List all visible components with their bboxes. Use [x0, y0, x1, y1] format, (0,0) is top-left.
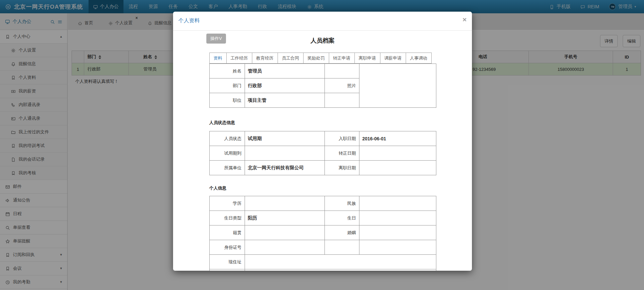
field-value [359, 161, 436, 175]
name-label: 姓名 [209, 64, 245, 78]
operation-button[interactable]: 操作V [206, 34, 226, 44]
field-value [359, 146, 436, 161]
field-label: 家庭住址 [209, 269, 245, 271]
empty-cell [324, 93, 359, 108]
field-label: 身份证号 [209, 240, 245, 255]
photo-label: 照片 [324, 78, 359, 93]
field-label: 生日类型 [209, 211, 245, 225]
empty-cell [324, 64, 359, 78]
field-label: 人员状态 [209, 131, 245, 146]
position-value: 项目主管 [245, 93, 324, 108]
archive-tab-work-experience[interactable]: 工作经历 [226, 53, 252, 64]
field-value [245, 146, 324, 161]
field-value [359, 225, 436, 240]
section-table: 人员状态试用期入职日期2016-06-01试用期到转正日期所属单位北京一网天行科… [209, 131, 436, 175]
field-value: 试用期 [245, 131, 324, 146]
field-value [245, 196, 324, 211]
field-value [359, 240, 436, 255]
modal-body: 操作V 人员档案 资料工作经历教育经历员工合同奖励处罚转正申请离职申请调薪申请人… [173, 31, 472, 271]
field-label: 所属单位 [209, 161, 245, 175]
field-label: 离职日期 [324, 161, 359, 175]
field-value [245, 269, 436, 271]
field-label: 民族 [324, 196, 359, 211]
field-label [324, 240, 359, 255]
archive-tab-personnel-transfer[interactable]: 人事调动 [406, 53, 432, 64]
field-label: 转正日期 [324, 146, 359, 161]
modal-title: 个人资料 [178, 18, 200, 23]
archive-tab-resignation-application[interactable]: 离职申请 [354, 53, 380, 64]
field-label: 现住址 [209, 255, 245, 269]
archive-form: 资料工作经历教育经历员工合同奖励处罚转正申请离职申请调薪申请人事调动 姓名 管理… [209, 53, 436, 271]
archive-tab-education[interactable]: 教育经历 [252, 53, 278, 64]
field-value: 北京一网天行科技有限公司 [245, 161, 324, 175]
archive-tab-salary-adjustment-application[interactable]: 调薪申请 [380, 53, 406, 64]
dept-label: 部门 [209, 78, 245, 93]
field-value: 2016-06-01 [359, 131, 436, 146]
dept-value: 行政部 [245, 78, 324, 93]
field-label: 婚姻 [324, 225, 359, 240]
field-label: 试用期到 [209, 146, 245, 161]
archive-tab-regularization-application[interactable]: 转正申请 [329, 53, 354, 64]
field-value [245, 255, 436, 269]
field-value [245, 240, 324, 255]
position-label: 职位 [209, 93, 245, 108]
photo-cell [359, 64, 436, 108]
name-value: 管理员 [245, 64, 324, 78]
field-value [245, 225, 324, 240]
field-value [359, 196, 436, 211]
field-value: 阳历 [245, 211, 324, 225]
field-label: 生日 [324, 211, 359, 225]
close-icon[interactable]: × [463, 16, 467, 23]
modal-header: 个人资料 × [173, 12, 472, 31]
field-label: 入职日期 [324, 131, 359, 146]
archive-tab-profile[interactable]: 资料 [209, 53, 226, 64]
archive-tab-rewards-punishments[interactable]: 奖励处罚 [303, 53, 329, 64]
section-table: 学历民族生日类型阳历生日籍贯婚姻身份证号现住址家庭住址 [209, 196, 436, 271]
field-label: 籍贯 [209, 225, 245, 240]
section-title: 人员状态信息 [209, 120, 436, 126]
section-title: 个人信息 [209, 185, 436, 191]
basic-info-table: 姓名 管理员 部门 行政部 照片 职位 项目主管 [209, 64, 436, 108]
field-label: 学历 [209, 196, 245, 211]
archive-tab-employee-contract[interactable]: 员工合同 [278, 53, 303, 64]
personal-profile-modal: 个人资料 × 操作V 人员档案 资料工作经历教育经历员工合同奖励处罚转正申请离职… [173, 12, 472, 271]
field-value [359, 211, 436, 225]
